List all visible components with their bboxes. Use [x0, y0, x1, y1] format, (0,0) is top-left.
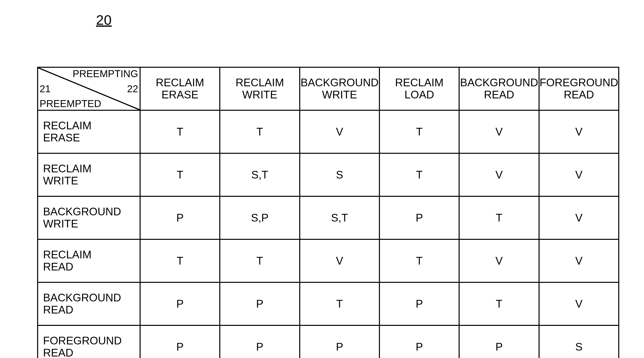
matrix-cell: T [220, 239, 300, 282]
col-header-line1: RECLAIM [156, 76, 204, 89]
matrix-cell: V [539, 110, 619, 153]
table-row: RECLAIM WRITE T S,T S T V V [38, 153, 619, 196]
row-label-line1: RECLAIM [43, 163, 92, 175]
row-label: BACKGROUND WRITE [38, 196, 140, 239]
col-header-line1: RECLAIM [395, 76, 444, 89]
matrix-cell: P [300, 325, 380, 358]
col-header-line1: FOREGROUND [540, 76, 618, 89]
matrix-cell: V [539, 239, 619, 282]
row-label-line2: READ [43, 304, 73, 316]
matrix-cell: T [140, 110, 220, 153]
table-row: FOREGROUND READ P P P P P S [38, 325, 619, 358]
col-header: BACKGROUND WRITE [300, 67, 380, 110]
row-label: RECLAIM ERASE [38, 110, 140, 153]
matrix-cell: P [220, 325, 300, 358]
matrix-cell: P [380, 282, 459, 325]
matrix-cell: P [140, 282, 220, 325]
matrix-cell: P [380, 196, 459, 239]
row-label-line1: BACKGROUND [43, 205, 121, 217]
matrix-cell: P [220, 282, 300, 325]
corner-ref-right: 22 [127, 83, 138, 94]
matrix-cell: S,T [220, 153, 300, 196]
matrix-cell: S,P [220, 196, 300, 239]
matrix-cell: S [539, 325, 619, 358]
row-label-line2: ERASE [43, 132, 80, 144]
row-label: RECLAIM READ [38, 239, 140, 282]
col-header-line2: READ [484, 89, 514, 101]
col-header-line2: ERASE [162, 89, 198, 101]
matrix-cell: P [380, 325, 459, 358]
matrix-cell: T [459, 196, 539, 239]
matrix-cell: V [539, 282, 619, 325]
preempted-label: PREEMPTED [40, 98, 101, 109]
matrix-cell: T [380, 153, 459, 196]
col-header-line2: READ [564, 89, 594, 101]
matrix-cell: T [459, 282, 539, 325]
col-header: FOREGROUND READ [539, 67, 619, 110]
matrix-cell: T [220, 110, 300, 153]
matrix-cell: V [539, 196, 619, 239]
row-label-line1: BACKGROUND [43, 292, 121, 304]
matrix-cell: T [140, 239, 220, 282]
matrix-cell: V [300, 110, 380, 153]
corner-ref-left: 21 [40, 83, 51, 94]
row-label-line1: FOREGROUND [43, 335, 122, 347]
matrix-cell: T [380, 239, 459, 282]
col-header: BACKGROUND READ [459, 67, 539, 110]
row-label-line2: WRITE [43, 217, 78, 230]
table-row: RECLAIM ERASE T T V T V V [38, 110, 619, 153]
matrix-cell: S,T [300, 196, 380, 239]
table-row: BACKGROUND WRITE P S,P S,T P T V [38, 196, 619, 239]
col-header-line1: RECLAIM [236, 76, 284, 89]
table-row: BACKGROUND READ P P T P T V [38, 282, 619, 325]
col-header-line2: WRITE [322, 89, 357, 101]
col-header: RECLAIM LOAD [380, 67, 459, 110]
col-header-line2: LOAD [404, 89, 434, 101]
matrix-cell: T [140, 153, 220, 196]
preempting-label: PREEMPTING [73, 68, 138, 79]
row-label: RECLAIM WRITE [38, 153, 140, 196]
matrix-cell: V [539, 153, 619, 196]
row-label-line2: READ [43, 261, 73, 273]
matrix-cell: V [459, 153, 539, 196]
matrix-cell: V [300, 239, 380, 282]
preemption-matrix-table: PREEMPTING PREEMPTED 21 22 RECLAIM ERASE [37, 67, 619, 358]
row-label-line2: WRITE [43, 175, 78, 187]
matrix-cell: S [300, 153, 380, 196]
matrix-cell: T [380, 110, 459, 153]
col-header: RECLAIM ERASE [140, 67, 220, 110]
matrix-cell: V [459, 110, 539, 153]
matrix-cell: T [300, 282, 380, 325]
row-label: BACKGROUND READ [38, 282, 140, 325]
col-header-line1: BACKGROUND [460, 76, 538, 89]
row-label-line1: RECLAIM [43, 248, 92, 261]
matrix-cell: V [459, 239, 539, 282]
table-row: RECLAIM READ T T V T V V [38, 239, 619, 282]
col-header: RECLAIM WRITE [220, 67, 300, 110]
preemption-table-wrap: PREEMPTING PREEMPTED 21 22 RECLAIM ERASE [37, 67, 619, 358]
col-header-line1: BACKGROUND [300, 76, 378, 89]
row-label: FOREGROUND READ [38, 325, 140, 358]
row-label-line1: RECLAIM [43, 119, 92, 132]
matrix-cell: P [140, 325, 220, 358]
figure-number: 20 [96, 12, 112, 28]
matrix-cell: P [140, 196, 220, 239]
matrix-cell: P [459, 325, 539, 358]
diagram-page: 20 PREEMPTING PREEMPTED 21 22 [0, 0, 644, 358]
row-label-line2: READ [43, 347, 73, 358]
table-header-row: PREEMPTING PREEMPTED 21 22 RECLAIM ERASE [38, 67, 619, 110]
corner-header: PREEMPTING PREEMPTED 21 22 [38, 67, 140, 110]
col-header-line2: WRITE [242, 89, 278, 101]
